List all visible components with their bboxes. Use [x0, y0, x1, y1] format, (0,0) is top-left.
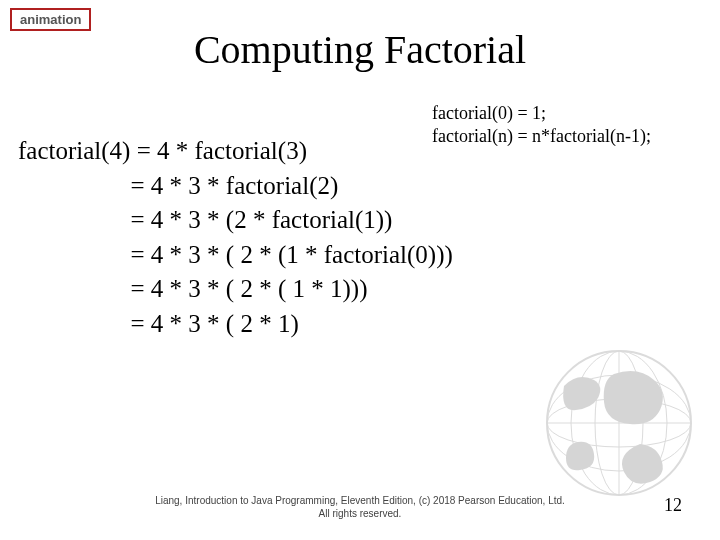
globe-icon: [544, 348, 694, 498]
step-3: = 4 * 3 * (2 * factorial(1)): [18, 206, 392, 233]
step-5: = 4 * 3 * ( 2 * ( 1 * 1))): [18, 275, 367, 302]
step-1: factorial(4) = 4 * factorial(3): [18, 137, 307, 164]
recursion-rules: factorial(0) = 1; factorial(n) = n*facto…: [432, 102, 651, 149]
step-6: = 4 * 3 * ( 2 * 1): [18, 310, 299, 337]
page-number: 12: [664, 495, 682, 516]
footer-citation: Liang, Introduction to Java Programming,…: [0, 495, 720, 520]
step-2: = 4 * 3 * factorial(2): [18, 172, 338, 199]
step-4: = 4 * 3 * ( 2 * (1 * factorial(0))): [18, 241, 453, 268]
rule-base-case: factorial(0) = 1;: [432, 102, 651, 125]
footer-line-2: All rights reserved.: [0, 508, 720, 521]
rule-recursive-case: factorial(n) = n*factorial(n-1);: [432, 125, 651, 148]
expansion-steps: factorial(4) = 4 * factorial(3) = 4 * 3 …: [18, 134, 453, 341]
slide-title: Computing Factorial: [0, 26, 720, 73]
animation-badge-label: animation: [20, 12, 81, 27]
footer-line-1: Liang, Introduction to Java Programming,…: [0, 495, 720, 508]
